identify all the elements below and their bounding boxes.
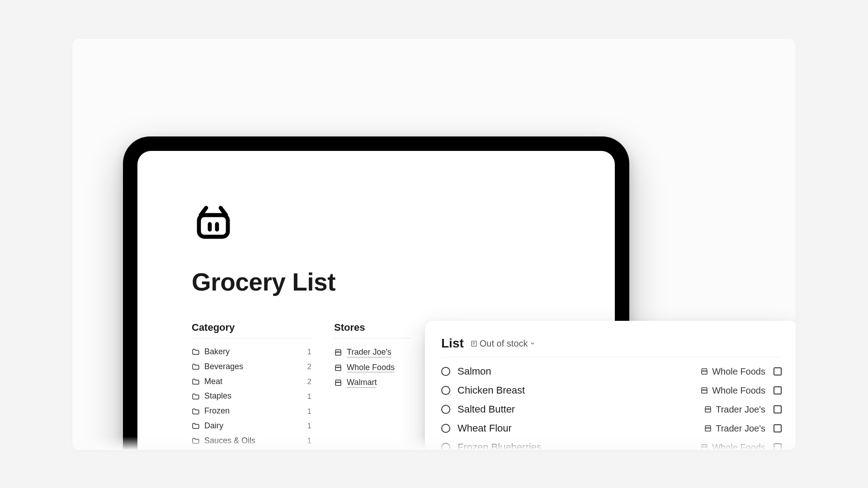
status-circle-icon[interactable] <box>441 367 450 376</box>
store-name: Walmart <box>347 378 377 388</box>
list-item-store-tag[interactable]: Whole Foods <box>700 366 765 377</box>
list-item-name: Salted Butter <box>458 404 704 415</box>
list-heading: List <box>441 336 464 351</box>
category-item[interactable]: Frozen 1 <box>192 404 311 419</box>
list-item-store-tag[interactable]: Whole Foods <box>700 385 765 396</box>
stores-column: Stores Trader Joe's Whole Foods Walmart <box>334 322 411 450</box>
store-icon <box>700 443 708 450</box>
category-item[interactable]: Sauces & Oils 1 <box>192 434 311 449</box>
page-title: Grocery List <box>192 267 561 296</box>
status-circle-icon[interactable] <box>441 443 450 450</box>
folder-icon <box>192 348 200 356</box>
category-column: Category Bakery 1 Beverages 2 Meat 2 Sta… <box>192 322 311 450</box>
list-item-name: Salmon <box>458 366 700 377</box>
store-item[interactable]: Whole Foods <box>334 360 411 375</box>
list-item[interactable]: Wheat Flour Trader Joe's <box>441 419 782 438</box>
category-count: 2 <box>307 377 311 386</box>
list-item[interactable]: Chicken Breast Whole Foods <box>441 381 782 400</box>
chevron-down-icon <box>530 341 535 346</box>
list-filter-chip[interactable]: Out of stock <box>470 338 535 349</box>
basket-icon <box>192 201 561 244</box>
store-icon <box>334 364 342 372</box>
category-name: Meat <box>204 377 307 387</box>
list-item-store-tag[interactable]: Trader Joe's <box>704 404 765 415</box>
folder-icon <box>192 422 200 430</box>
list-item-checkbox[interactable] <box>774 443 782 450</box>
list-item[interactable]: Frozen Blueberries Whole Foods <box>441 438 782 450</box>
category-name: Sauces & Oils <box>204 436 307 446</box>
status-circle-icon[interactable] <box>441 386 450 395</box>
svg-rect-0 <box>199 215 228 237</box>
stores-heading: Stores <box>334 322 411 338</box>
list-overlay-card: List Out of stock Salmon Whole Foods Chi… <box>425 321 796 450</box>
list-item-name: Frozen Blueberries <box>458 441 700 450</box>
folder-icon <box>192 437 200 445</box>
app-canvas: Grocery List Category Bakery 1 Beverages… <box>72 39 796 450</box>
list-item-store: Trader Joe's <box>716 423 765 434</box>
category-item[interactable]: Staples 1 <box>192 389 311 404</box>
category-name: Staples <box>204 392 307 401</box>
store-icon <box>704 424 712 432</box>
list-item-name: Wheat Flour <box>458 422 704 434</box>
category-count: 1 <box>307 407 311 416</box>
list-item[interactable]: Salmon Whole Foods <box>441 362 782 381</box>
status-circle-icon[interactable] <box>441 405 450 414</box>
list-filter-label: Out of stock <box>480 338 528 349</box>
list-item-checkbox[interactable] <box>774 424 782 432</box>
store-icon <box>334 379 342 387</box>
status-circle-icon[interactable] <box>441 424 450 433</box>
category-item[interactable]: Meat 2 <box>192 375 311 389</box>
category-count: 1 <box>307 347 311 357</box>
category-count: 1 <box>307 392 311 401</box>
list-item-store: Whole Foods <box>712 442 765 450</box>
list-item[interactable]: Salted Butter Trader Joe's <box>441 400 782 419</box>
list-item-checkbox[interactable] <box>774 405 782 413</box>
list-item-checkbox[interactable] <box>774 367 782 375</box>
store-icon <box>700 386 708 394</box>
category-count: 2 <box>307 362 311 371</box>
store-icon <box>704 405 712 413</box>
category-item[interactable]: Produce 2 <box>192 449 311 450</box>
category-count: 1 <box>307 422 311 431</box>
list-item-store: Trader Joe's <box>716 404 765 415</box>
folder-icon <box>192 378 200 386</box>
store-item[interactable]: Walmart <box>334 375 411 390</box>
category-item[interactable]: Dairy 1 <box>192 419 311 434</box>
category-name: Beverages <box>204 362 307 372</box>
category-heading: Category <box>192 322 311 338</box>
category-item[interactable]: Beverages 2 <box>192 360 311 375</box>
list-item-store-tag[interactable]: Trader Joe's <box>704 423 765 434</box>
store-name: Whole Foods <box>347 363 395 373</box>
category-count: 1 <box>307 436 311 446</box>
category-name: Bakery <box>204 347 307 357</box>
list-item-store: Whole Foods <box>712 366 765 377</box>
store-name: Trader Joe's <box>347 347 392 357</box>
list-item-store: Whole Foods <box>712 385 765 396</box>
list-item-store-tag[interactable]: Whole Foods <box>700 442 765 450</box>
store-item[interactable]: Trader Joe's <box>334 345 411 360</box>
folder-icon <box>192 393 200 401</box>
list-item-checkbox[interactable] <box>774 386 782 394</box>
category-name: Dairy <box>204 422 307 431</box>
folder-icon <box>192 408 200 416</box>
category-name: Frozen <box>204 407 307 416</box>
store-icon <box>334 348 342 357</box>
category-item[interactable]: Bakery 1 <box>192 345 311 360</box>
store-icon <box>700 367 708 375</box>
list-item-name: Chicken Breast <box>458 385 700 396</box>
folder-icon <box>192 363 200 371</box>
